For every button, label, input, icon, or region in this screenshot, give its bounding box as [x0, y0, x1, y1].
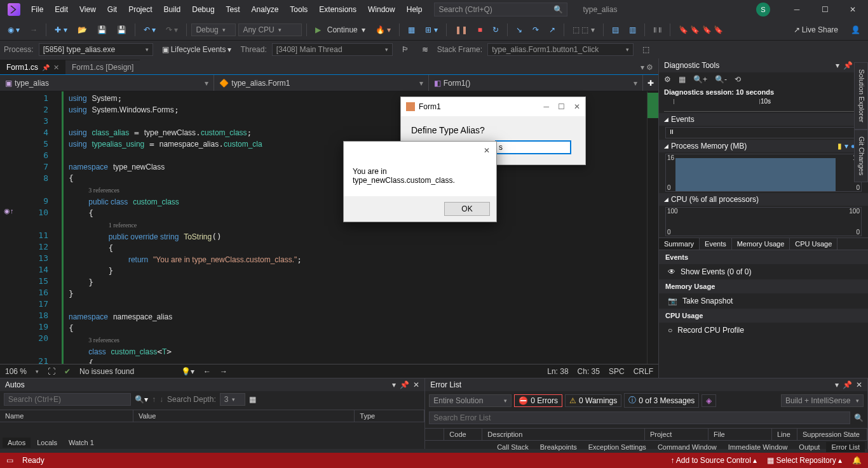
menu-window[interactable]: Window	[362, 1, 401, 18]
msgbox-close-icon[interactable]: ✕	[484, 146, 490, 155]
process-combo[interactable]: [5856] type_alias.exe▾	[39, 43, 153, 56]
memory-header[interactable]: ◢Process Memory (MB)▮▾●P	[659, 140, 868, 152]
form-min-icon[interactable]: ─	[543, 102, 549, 111]
live-share-button[interactable]: ↗ Live Share	[790, 23, 842, 37]
undo-button[interactable]: ↶ ▾	[140, 23, 159, 37]
nav-prev-icon[interactable]: ←	[203, 367, 211, 376]
col-name[interactable]: Name	[0, 410, 133, 422]
flag-icon[interactable]: 🏳	[398, 43, 413, 57]
minimize-button[interactable]: ─	[784, 0, 810, 19]
windows-icon-1[interactable]: ▤	[608, 23, 623, 37]
tab-error-list[interactable]: Error List	[826, 442, 865, 452]
window-dropdown-icon[interactable]: ▾	[836, 61, 839, 70]
pin-panel-icon[interactable]: 📌	[843, 61, 853, 70]
step-out-icon[interactable]: ↗	[545, 23, 559, 37]
search-icon[interactable]: 🔍	[854, 413, 864, 422]
feedback-icon[interactable]: 👤	[847, 23, 864, 37]
tab-watch1[interactable]: Watch 1	[64, 438, 99, 448]
expand-icon[interactable]: ⛶	[48, 367, 55, 376]
form-max-icon[interactable]: ☐	[558, 102, 565, 111]
form-text-input[interactable]: s	[495, 140, 571, 154]
col-project[interactable]: Project	[645, 429, 709, 440]
redo-button[interactable]: ↷ ▾	[162, 23, 182, 37]
col-value[interactable]: Value	[133, 410, 355, 422]
panel-close-icon[interactable]: ✕	[413, 380, 419, 389]
messages-chip[interactable]: ⓘ0 of 3 Messages	[624, 393, 699, 408]
cpu-graph[interactable]: 100 0 100 0	[665, 207, 862, 236]
tab-immediate-window[interactable]: Immediate Window	[723, 442, 793, 452]
menu-git[interactable]: Git	[102, 1, 123, 18]
toolbox-icon[interactable]: ▦	[404, 23, 419, 37]
line-ending[interactable]: CRLF	[634, 367, 653, 376]
pin-icon[interactable]: 📌	[42, 64, 50, 71]
memory-graph[interactable]: 16 0 16 0	[665, 154, 862, 192]
tab-git-changes[interactable]: Git Changes	[854, 130, 868, 182]
col-type[interactable]: Type	[355, 410, 424, 422]
tab-exception-settings[interactable]: Exception Settings	[583, 442, 651, 452]
config-combo[interactable]: Debug▾	[191, 23, 236, 36]
menu-debug[interactable]: Debug	[186, 1, 220, 18]
platform-combo[interactable]: Any CPU▾	[238, 23, 302, 36]
split-icon[interactable]: ✚	[643, 75, 658, 91]
menu-build[interactable]: Build	[158, 1, 187, 18]
menu-edit[interactable]: Edit	[49, 1, 74, 18]
tab-form1-cs[interactable]: Form1.cs📌✕	[0, 60, 65, 74]
avatar[interactable]: S	[756, 3, 770, 17]
panel-pin-icon[interactable]: 📌	[843, 380, 852, 389]
menu-test[interactable]: Test	[220, 1, 246, 18]
new-item-button[interactable]: ✚ ▾	[51, 23, 71, 37]
new-window-icon[interactable]: ⊞ ▾	[421, 23, 441, 37]
form-close-icon[interactable]: ✕	[574, 102, 580, 111]
scrollbar[interactable]	[647, 91, 658, 364]
menu-help[interactable]: Help	[401, 1, 428, 18]
step-into-icon[interactable]: ↘	[512, 23, 526, 37]
save-button[interactable]: 💾	[93, 23, 111, 37]
timeline-ruler[interactable]: 10s	[664, 99, 863, 112]
windows-icon-2[interactable]: ▥	[625, 23, 640, 37]
lifecycle-events-button[interactable]: ▣ Lifecycle Events ▾	[158, 43, 236, 57]
scope-combo[interactable]: Entire Solution▾	[429, 394, 512, 407]
thread-icon[interactable]: ≋	[418, 43, 432, 57]
tab-command-window[interactable]: Command Window	[653, 442, 722, 452]
tab-locals[interactable]: Locals	[32, 438, 62, 448]
col-line[interactable]: Line	[772, 429, 797, 440]
tab-breakpoints[interactable]: Breakpoints	[535, 442, 582, 452]
col-icon[interactable]	[425, 429, 444, 440]
diag-select-icon[interactable]: ▦	[679, 75, 686, 84]
take-snapshot-link[interactable]: 📷Take Snapshot	[659, 293, 868, 309]
tab-solution-explorer[interactable]: Solution Explorer	[854, 62, 868, 130]
toolbar-misc[interactable]: ⫴ ⫴	[649, 23, 665, 37]
panel-close-icon[interactable]: ✕	[856, 380, 862, 389]
lightbulb-icon[interactable]: 💡▾	[181, 367, 194, 376]
panel-dropdown-icon[interactable]: ▾	[835, 380, 839, 389]
panel-dropdown-icon[interactable]: ▾	[392, 380, 396, 389]
fold-column[interactable]	[55, 91, 64, 364]
cpu-header[interactable]: ◢CPU (% of all processors)	[659, 193, 868, 206]
menu-file[interactable]: File	[25, 1, 49, 18]
nav-next-icon[interactable]: →	[220, 367, 227, 376]
toolbar-icon-group[interactable]: ⬚ ⬚ ▾	[569, 23, 599, 37]
tab-autos[interactable]: Autos	[3, 438, 31, 448]
hot-reload-button[interactable]: 🔥 ▾	[372, 23, 395, 37]
menu-project[interactable]: Project	[123, 1, 158, 18]
build-combo[interactable]: Build + IntelliSense▾	[781, 394, 864, 407]
up-icon[interactable]: ↑	[152, 395, 156, 404]
diag-tab-cpu[interactable]: CPU Usage	[790, 238, 837, 250]
stackframe-combo[interactable]: type_alias.Form1.button1_Click▾	[487, 43, 634, 56]
menu-analyze[interactable]: Analyze	[246, 1, 285, 18]
search-icon[interactable]: 🔍▾	[135, 395, 148, 404]
events-header[interactable]: ◢Events	[659, 113, 868, 126]
col-code[interactable]: Code	[444, 429, 482, 440]
back-button[interactable]: ◉ ▾	[4, 23, 24, 37]
restart-button[interactable]: ↻	[489, 23, 503, 37]
tab-form1-design[interactable]: Form1.cs [Design]	[65, 60, 140, 74]
close-button[interactable]: ✕	[840, 0, 865, 19]
down-icon[interactable]: ↓	[159, 395, 163, 404]
indent-mode[interactable]: SPC	[609, 367, 625, 376]
continue-button[interactable]: ▶ Continue ▾	[311, 23, 369, 37]
tab-call-stack[interactable]: Call Stack	[492, 442, 534, 452]
diag-tab-events[interactable]: Events	[700, 238, 732, 250]
form1-titlebar[interactable]: Form1 ─☐✕	[401, 97, 585, 116]
global-search-input[interactable]: Search (Ctrl+Q) 🔍	[434, 3, 567, 17]
col-file[interactable]: File	[709, 429, 772, 440]
